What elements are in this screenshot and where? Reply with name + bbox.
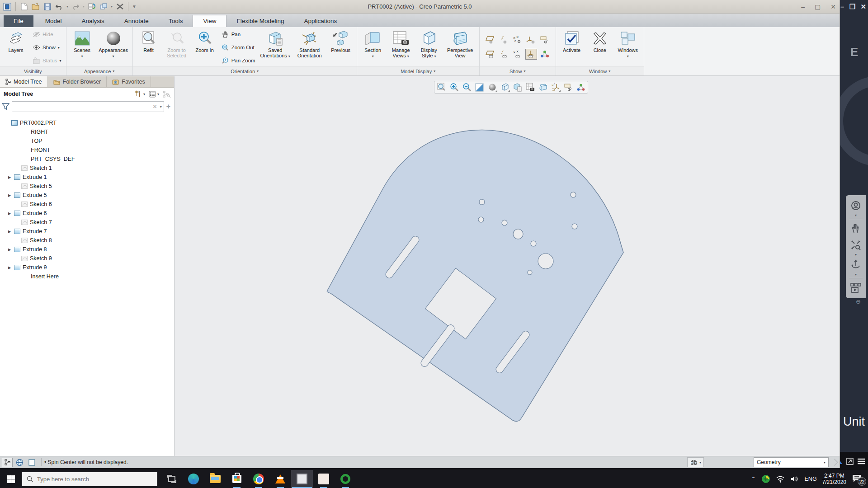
tab-flexible-modeling[interactable]: Flexible Modeling xyxy=(226,15,294,27)
section-dropdown-icon[interactable]: ▾ xyxy=(372,54,374,58)
csys-tag-display-toggle[interactable] xyxy=(525,49,537,60)
tree-row[interactable]: PRT0002.PRT xyxy=(5,118,174,127)
axis-tag-display-toggle[interactable] xyxy=(498,49,510,60)
taskbar-app-button[interactable] xyxy=(269,470,291,488)
tree-search-input[interactable]: ✕ ▾ xyxy=(12,101,164,112)
tree-row[interactable]: ▶ Extrude 6 xyxy=(5,209,174,218)
tree-row[interactable]: RIGHT xyxy=(5,127,174,136)
regenerate-icon[interactable] xyxy=(87,2,96,11)
chevron-down-icon[interactable]: ▾ xyxy=(855,273,857,276)
annotation-display-icon[interactable] xyxy=(563,82,573,92)
tree-row[interactable]: Sketch 7 xyxy=(5,218,174,227)
user-view-icon[interactable] xyxy=(848,198,863,213)
spin-center-toggle[interactable] xyxy=(539,49,551,60)
appearances-button[interactable]: Appearances▾ xyxy=(97,28,130,66)
windows-button[interactable]: Windows▾ xyxy=(614,28,642,66)
expander-icon[interactable]: ▶ xyxy=(7,193,12,197)
saved-orientations-icon[interactable] xyxy=(512,82,523,92)
perspective-view-icon[interactable] xyxy=(538,82,548,92)
manage-views-dropdown-icon[interactable]: ▾ xyxy=(407,54,409,58)
tree-tools-button[interactable]: ▾ xyxy=(135,90,145,98)
undo-icon[interactable] xyxy=(55,2,64,11)
minimize-button[interactable]: – xyxy=(801,3,805,10)
language-indicator[interactable]: ENG xyxy=(805,476,817,482)
tree-row[interactable]: ▶ Extrude 1 xyxy=(5,173,174,182)
refit-button[interactable]: Refit xyxy=(135,28,162,66)
tree-row[interactable]: Sketch 9 xyxy=(5,254,174,263)
find-button[interactable]: ▾ xyxy=(687,457,704,467)
tab-tools[interactable]: Tools xyxy=(159,15,193,27)
edrawings-close-button[interactable]: ✕ xyxy=(860,3,866,11)
redo-dropdown-icon[interactable]: ▾ xyxy=(83,5,85,9)
taskbar-app-button[interactable] xyxy=(248,470,269,488)
datum-display-filters-icon[interactable]: ×/ xyxy=(550,82,561,92)
expander-icon[interactable]: ▶ xyxy=(7,266,12,270)
clear-search-icon[interactable]: ✕ xyxy=(153,103,157,110)
window-play-icon[interactable] xyxy=(848,280,863,296)
taskbar-app-button[interactable] xyxy=(183,470,204,488)
start-button[interactable] xyxy=(0,470,22,488)
tab-model-tree[interactable]: Model Tree xyxy=(0,76,48,87)
zoom-out-icon[interactable] xyxy=(462,82,472,92)
display-style-button[interactable]: Display Style ▾ xyxy=(415,28,443,66)
display-style-dropdown-icon[interactable]: ▾ xyxy=(434,54,436,58)
tab-folder-browser[interactable]: Folder Browser xyxy=(48,76,107,87)
zoom-in-button[interactable]: Zoom In xyxy=(191,28,218,66)
chevron-down-icon[interactable]: ▾ xyxy=(855,214,857,217)
task-view-button[interactable] xyxy=(161,470,183,488)
tree-row[interactable]: Sketch 6 xyxy=(5,200,174,209)
spin-center-icon[interactable] xyxy=(576,82,586,92)
redo-icon[interactable] xyxy=(71,2,80,11)
scenes-dropdown-icon[interactable]: ▾ xyxy=(81,54,83,58)
show-dropdown-icon[interactable]: ▾ xyxy=(58,46,60,50)
clock[interactable]: 2:47 PM 7/21/2020 xyxy=(822,473,846,485)
close-window-icon[interactable] xyxy=(115,2,124,11)
open-file-icon[interactable] xyxy=(31,2,40,11)
saved-orientations-dropdown-icon[interactable]: ▾ xyxy=(288,54,290,58)
tree-row[interactable]: FRONT xyxy=(5,145,174,155)
manage-views-button[interactable]: Manage Views ▾ xyxy=(387,28,415,66)
wifi-icon[interactable] xyxy=(776,475,785,483)
previous-button[interactable]: Previous xyxy=(327,28,354,66)
saved-orientations-button[interactable]: Saved Orientations ▾ xyxy=(259,28,292,66)
maximize-button[interactable]: ▢ xyxy=(815,3,821,10)
plane-tag-display-toggle[interactable] xyxy=(485,49,496,60)
section-button[interactable]: Section▾ xyxy=(359,28,387,66)
antivirus-icon[interactable] xyxy=(761,474,770,483)
windows-switch-dropdown-icon[interactable]: ▾ xyxy=(111,5,113,9)
fullscreen-icon[interactable] xyxy=(846,458,854,465)
axis-display-toggle[interactable] xyxy=(498,34,510,45)
add-filter-button[interactable]: + xyxy=(166,103,170,111)
tree-row[interactable]: Sketch 5 xyxy=(5,182,174,191)
zoom-fit-icon[interactable] xyxy=(848,237,863,253)
customize-toolbar-icon[interactable]: ▼ xyxy=(132,4,137,9)
repaint-icon[interactable] xyxy=(474,82,485,92)
volume-icon[interactable] xyxy=(790,475,799,483)
edrawings-window[interactable]: – ❐ ✕ E ▾ ▾ ▾ xyxy=(840,0,868,470)
hidden-icons-chevron[interactable]: ⌃ xyxy=(751,476,755,482)
refit-icon[interactable] xyxy=(436,82,447,92)
plane-display-toggle[interactable] xyxy=(485,34,496,45)
taskbar-app-button[interactable] xyxy=(204,470,226,488)
point-display-toggle[interactable]: ××× xyxy=(512,34,524,45)
taskbar-search-input[interactable] xyxy=(37,476,141,483)
expander-icon[interactable]: ▶ xyxy=(7,175,12,179)
manage-views-icon[interactable] xyxy=(525,82,535,92)
tree-row[interactable]: Sketch 8 xyxy=(5,236,174,245)
new-file-icon[interactable] xyxy=(19,2,28,11)
tree-settings-button[interactable]: ▾ xyxy=(149,91,159,98)
zoom-out-button[interactable]: Zoom Out xyxy=(220,43,257,52)
tab-applications[interactable]: Applications xyxy=(294,15,347,27)
tab-file[interactable]: File xyxy=(4,15,33,27)
tree-row[interactable]: Sketch 1 xyxy=(5,164,174,173)
save-icon[interactable] xyxy=(43,2,52,11)
chevron-down-icon[interactable]: ▾ xyxy=(855,253,857,256)
tree-display-filter-button[interactable] xyxy=(163,91,170,98)
scenes-button[interactable]: Scenes▾ xyxy=(69,28,96,66)
undo-dropdown-icon[interactable]: ▾ xyxy=(66,5,68,9)
search-dropdown-icon[interactable]: ▾ xyxy=(160,105,162,109)
model-display-toggle-button[interactable] xyxy=(26,458,37,467)
close-button[interactable]: ✕ xyxy=(830,3,836,10)
graphics-viewport[interactable]: ×/ xyxy=(175,76,839,456)
tab-view[interactable]: View xyxy=(193,15,226,27)
